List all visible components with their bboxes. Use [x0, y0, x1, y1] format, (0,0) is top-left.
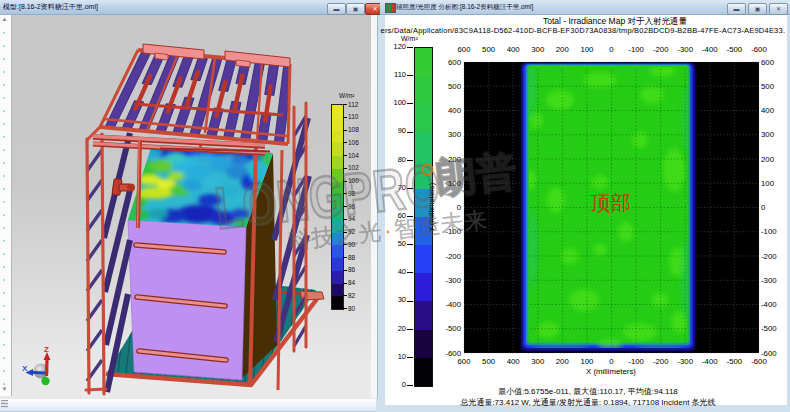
svg-text:300: 300	[761, 130, 775, 139]
svg-text:-400: -400	[445, 300, 461, 309]
svg-text:400: 400	[507, 357, 521, 366]
svg-text:-400: -400	[702, 357, 718, 366]
svg-text:600: 600	[457, 45, 471, 54]
svg-text:-300: -300	[445, 276, 461, 285]
svg-text:0: 0	[457, 203, 462, 212]
svg-text:0: 0	[609, 45, 614, 54]
svg-text:Z: Z	[44, 345, 49, 354]
svg-text:500: 500	[448, 82, 462, 91]
svg-text:-500: -500	[445, 324, 461, 333]
svg-text:-400: -400	[702, 45, 718, 54]
svg-text:-600: -600	[761, 349, 777, 358]
svg-text:-300: -300	[677, 357, 693, 366]
svg-text:600: 600	[761, 58, 775, 67]
svg-text:Y (millimeters): Y (millimeters)	[427, 182, 436, 232]
svg-text:200: 200	[761, 155, 775, 164]
svg-text:-500: -500	[761, 324, 777, 333]
svg-text:-100: -100	[628, 45, 644, 54]
svg-text:X (millimeters): X (millimeters)	[586, 367, 636, 376]
svg-text:-400: -400	[761, 300, 777, 309]
svg-text:0: 0	[609, 357, 614, 366]
svg-text:-600: -600	[751, 45, 767, 54]
svg-text:200: 200	[556, 45, 570, 54]
svg-text:-500: -500	[727, 45, 743, 54]
svg-text:-300: -300	[677, 45, 693, 54]
svg-text:500: 500	[482, 357, 496, 366]
svg-text:-500: -500	[727, 357, 743, 366]
svg-text:200: 200	[448, 155, 462, 164]
svg-text:-600: -600	[751, 357, 767, 366]
svg-text:-300: -300	[761, 276, 777, 285]
svg-text:600: 600	[457, 357, 471, 366]
svg-text:-200: -200	[653, 357, 669, 366]
svg-text:X: X	[22, 364, 28, 373]
svg-text:-200: -200	[761, 252, 777, 261]
svg-text:-100: -100	[761, 227, 777, 236]
svg-text:-200: -200	[445, 252, 461, 261]
svg-text:400: 400	[507, 45, 521, 54]
svg-text:-100: -100	[628, 357, 644, 366]
svg-text:顶部: 顶部	[589, 191, 631, 214]
svg-text:300: 300	[531, 357, 545, 366]
svg-text:-200: -200	[653, 45, 669, 54]
svg-text:500: 500	[761, 82, 775, 91]
svg-text:400: 400	[761, 106, 775, 115]
svg-text:500: 500	[482, 45, 496, 54]
svg-text:100: 100	[580, 45, 594, 54]
svg-text:300: 300	[448, 130, 462, 139]
svg-text:100: 100	[580, 357, 594, 366]
svg-text:0: 0	[761, 203, 766, 212]
svg-text:600: 600	[448, 58, 462, 67]
svg-text:300: 300	[531, 45, 545, 54]
svg-text:100: 100	[761, 179, 775, 188]
svg-text:-100: -100	[445, 227, 461, 236]
svg-text:100: 100	[448, 179, 462, 188]
svg-text:-600: -600	[445, 349, 461, 358]
svg-text:200: 200	[556, 357, 570, 366]
svg-text:400: 400	[448, 106, 462, 115]
